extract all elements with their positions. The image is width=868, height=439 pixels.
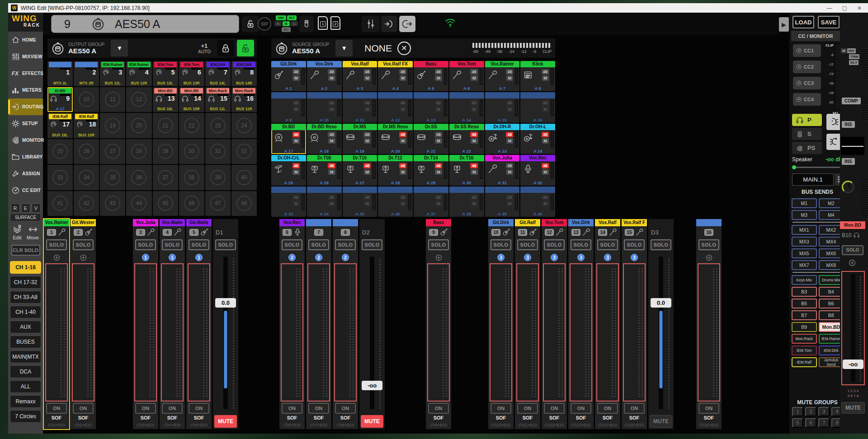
talkback-b-button[interactable] — [826, 134, 842, 150]
channel-scribble[interactable] — [72, 263, 94, 402]
output-cell-15[interactable]: Mon.Rack15BUS 11L — [205, 87, 231, 112]
source-cell-a29[interactable]: Dr.T1448MA 29 — [414, 155, 448, 185]
mute-group-3[interactable]: 3 — [818, 407, 830, 416]
output-cell-47[interactable]: 47 — [205, 191, 231, 216]
channel-on-button[interactable]: ON — [517, 403, 538, 414]
add-dca-button[interactable] — [705, 254, 713, 262]
mute-group-1[interactable]: 1 — [792, 407, 803, 416]
dca-fader[interactable]: 0.0 — [214, 253, 237, 412]
bus-fader[interactable]: -oo — [841, 271, 865, 385]
source-cell-a1[interactable]: Git.Dirk48MA 1 — [271, 61, 306, 91]
mute-group-6[interactable]: 6 — [805, 418, 816, 428]
layer-button-ch1732[interactable]: CH 17-32 — [10, 276, 41, 289]
channel-scribble[interactable] — [570, 263, 592, 402]
channel-scribble[interactable] — [307, 263, 330, 402]
source-cell-a8[interactable]: Klick48MA 8 — [520, 61, 555, 91]
add-dca-button[interactable] — [435, 254, 443, 262]
solo-button[interactable]: SOLO — [624, 239, 645, 250]
bus-solo-button[interactable]: SOLO — [842, 245, 863, 255]
output-cell-26[interactable]: 26 — [74, 139, 99, 164]
source-cell-a20[interactable]: Dr.MS Reso48MA 20 — [378, 124, 413, 154]
channel-on-button[interactable]: ON — [135, 403, 156, 414]
output-cell-13[interactable]: Mon.BD13BUS 10L — [153, 87, 178, 112]
insert2-button[interactable]: INS — [842, 158, 855, 165]
output-cell-42[interactable]: 42 — [74, 191, 99, 216]
mute-button[interactable]: MUTE — [650, 415, 672, 428]
output-cell-40[interactable]: 40 — [231, 165, 257, 190]
surface-r-button[interactable]: R — [11, 203, 20, 213]
cc-button-cc1[interactable]: CC1 — [793, 44, 821, 57]
bus-send-mx7[interactable]: MX7 — [792, 260, 817, 270]
channel-on-button[interactable]: ON — [428, 403, 449, 414]
layer-button-ch140[interactable]: CH 1-40 — [10, 306, 41, 318]
source-cell-a22[interactable]: Dr.SS Reso48MA 22 — [449, 124, 484, 154]
output-cell-33[interactable]: 33 — [47, 165, 73, 190]
output-cell-19[interactable]: 19 — [100, 113, 125, 138]
output-cell-16[interactable]: Mon.Rack16BUS 11R — [231, 87, 257, 112]
layer-button-ch33a8[interactable]: CH 33-A8 — [10, 291, 41, 304]
layer-button-mainmtx[interactable]: MAIN|MTX — [10, 350, 41, 363]
output-cell-11[interactable]: 11 — [100, 87, 125, 112]
output-cell-45[interactable]: 45 — [153, 191, 178, 216]
output-lock-button[interactable] — [217, 40, 234, 56]
source-cell-a4[interactable]: Vox.Ralf FX48MA 4 — [378, 61, 413, 91]
source-cell-a37[interactable]: 48MA 37 — [414, 187, 448, 217]
solo-button[interactable]: SOLO — [162, 239, 183, 250]
source-cell-a40[interactable]: 48MA 40 — [520, 187, 555, 217]
output-cell-4[interactable]: IEM.Rainer4BUS 12R — [126, 61, 151, 86]
channel-on-button[interactable]: ON — [571, 403, 591, 414]
source-cell-a39[interactable]: 48MA 39 — [485, 187, 520, 217]
wifi-status-button[interactable] — [444, 16, 456, 30]
layer-button-ch116[interactable]: CH 1-16 — [10, 261, 41, 274]
talkback-a-button[interactable] — [826, 114, 842, 130]
faders-view-button[interactable] — [362, 16, 380, 32]
sidebar-item-mixview[interactable]: MIXVIEW — [8, 48, 43, 65]
source-cell-a15[interactable]: 48MA 15 — [485, 92, 520, 122]
source-cell-a34[interactable]: 48MA 34 — [307, 187, 342, 217]
sidebar-item-library[interactable]: LIBRARY — [8, 149, 43, 165]
clear-source-button[interactable]: ✕ — [397, 42, 411, 55]
layer-button-7circles[interactable]: 7 Circles — [10, 410, 41, 423]
output-cell-1[interactable]: 1MTX 2L — [47, 61, 73, 86]
bus-send-b3[interactable]: B3 — [792, 287, 817, 297]
output-cell-22[interactable]: 22 — [179, 113, 204, 138]
mute-button[interactable]: MUTE — [214, 415, 237, 428]
bus-send-b9[interactable]: B9 — [792, 322, 817, 332]
source-cell-a10[interactable]: 48MA 10 — [307, 92, 342, 122]
output-cell-12[interactable]: 12 — [126, 87, 151, 112]
source-cell-a38[interactable]: 48MA 38 — [449, 187, 484, 217]
source-cell-a35[interactable]: 48MA 35 — [343, 187, 377, 217]
channel-scribble[interactable] — [281, 263, 303, 402]
output-cell-43[interactable]: 43 — [100, 191, 125, 216]
channel-on-button[interactable]: ON — [46, 403, 67, 414]
insert1-button[interactable]: INS — [842, 121, 855, 128]
load-button[interactable]: LOAD — [793, 16, 814, 28]
move-button[interactable]: Move — [27, 224, 39, 240]
source-group-dropdown[interactable]: ▼ — [335, 40, 353, 56]
speaker-level-slider[interactable] — [792, 167, 843, 168]
channel-scribble[interactable] — [45, 263, 68, 402]
layer-button-remaxx[interactable]: Remaxx — [10, 395, 41, 408]
add-dca-button[interactable] — [80, 254, 87, 262]
source-cell-a7[interactable]: Vox.Rainer48MA 7 — [485, 61, 520, 91]
solo-button[interactable]: SOLO — [428, 239, 449, 250]
channel-scribble[interactable] — [516, 263, 539, 402]
channel-scribble[interactable] — [490, 263, 512, 402]
channel-on-button[interactable]: ON — [73, 403, 94, 414]
sd-card-1[interactable]: 1 — [318, 16, 328, 30]
source-cell-a19[interactable]: Dr.MS48MA 19 — [343, 124, 377, 154]
minimize-button[interactable]: — — [827, 5, 832, 11]
channel-scribble[interactable] — [623, 263, 646, 402]
source-cell-a11[interactable]: 48MA 11 — [343, 92, 377, 122]
output-group-dropdown[interactable]: ▼ — [111, 40, 128, 56]
output-cell-5[interactable]: IEM.Tom5BUS 13L — [153, 61, 178, 86]
add-dca-button[interactable] — [53, 254, 61, 262]
monitor-mode-s[interactable]: S — [792, 128, 822, 140]
cc-button-cc4[interactable]: CC4 — [793, 93, 821, 106]
bus-send-iemtom[interactable]: IEM.Tom — [792, 346, 817, 355]
solo-button[interactable]: SOLO — [215, 239, 236, 250]
sidebar-item-assign[interactable]: ASSIGN — [8, 165, 43, 182]
solo-button[interactable]: SOLO — [491, 239, 511, 250]
output-cell-18[interactable]: IEM.Ralf18BUS 15R — [74, 113, 99, 138]
solo-button[interactable]: SOLO — [517, 239, 538, 250]
